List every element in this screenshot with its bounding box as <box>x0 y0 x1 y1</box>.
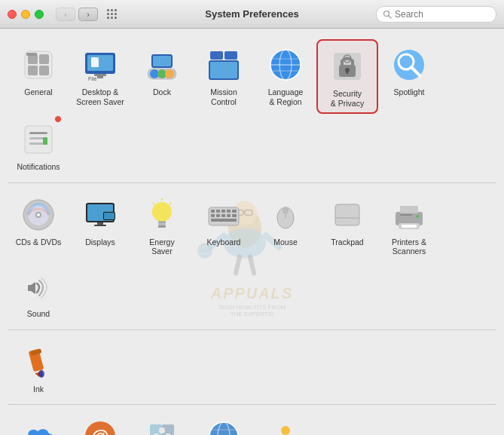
sound-icon <box>19 267 58 306</box>
mouse-label: Mouse <box>273 237 298 247</box>
svg-point-90 <box>283 207 289 214</box>
keyboard-label: Keyboard <box>207 237 241 247</box>
svg-rect-35 <box>210 62 237 78</box>
svg-point-111 <box>159 427 165 433</box>
back-button[interactable]: ‹ <box>56 8 75 21</box>
icon-trackpad[interactable]: Trackpad <box>316 189 378 261</box>
spotlight-icon <box>389 45 429 84</box>
svg-rect-91 <box>335 204 359 225</box>
search-input[interactable] <box>395 9 493 20</box>
printers-scanners-label: Printers &Scanners <box>392 237 426 256</box>
minimize-button[interactable] <box>21 10 30 19</box>
search-box[interactable] <box>376 6 496 23</box>
svg-rect-54 <box>29 132 47 134</box>
trackpad-icon <box>328 195 367 234</box>
internet-accounts-icon: @ <box>81 417 120 435</box>
cds-dvds-label: CDs & DVDs <box>16 237 62 247</box>
icon-ink[interactable]: Ink <box>8 336 69 399</box>
divider-3 <box>8 404 496 405</box>
ink-icon <box>19 342 58 381</box>
svg-rect-67 <box>94 225 106 226</box>
icon-spotlight[interactable]: Spotlight <box>378 39 440 114</box>
svg-rect-57 <box>43 137 47 145</box>
svg-rect-85 <box>227 214 231 217</box>
maximize-button[interactable] <box>35 10 44 19</box>
svg-rect-71 <box>158 225 166 228</box>
svg-point-61 <box>37 213 40 216</box>
icon-language-region[interactable]: Language& Region <box>255 39 316 114</box>
icon-icloud[interactable]: iCloud <box>8 411 69 435</box>
icon-security-privacy[interactable]: Security& Privacy <box>316 39 378 114</box>
row-internet: iCloud @ InternetAccounts <box>8 411 496 435</box>
displays-icon <box>81 195 120 234</box>
svg-rect-33 <box>153 56 171 66</box>
grid-view-button[interactable] <box>102 8 122 21</box>
icon-internet-accounts[interactable]: @ InternetAccounts <box>69 411 131 435</box>
icon-displays[interactable]: Displays <box>69 189 131 261</box>
icon-cds-dvds[interactable]: CDs & DVDs <box>8 189 69 261</box>
cds-dvds-icon <box>19 195 58 234</box>
svg-rect-16 <box>39 54 49 64</box>
svg-point-72 <box>152 202 172 222</box>
titlebar-right <box>376 6 496 23</box>
window-title: System Preferences <box>205 8 298 20</box>
svg-rect-79 <box>221 210 225 213</box>
icon-mouse[interactable]: Mouse <box>255 189 316 261</box>
icon-general[interactable]: General <box>8 39 69 114</box>
svg-point-97 <box>416 215 419 218</box>
svg-rect-19 <box>26 53 37 56</box>
icon-network[interactable]: Network <box>193 411 255 435</box>
svg-text:File: File <box>88 76 96 81</box>
svg-rect-96 <box>402 225 417 228</box>
row-ink: Ink <box>8 336 496 399</box>
energy-saver-icon <box>142 195 182 234</box>
svg-rect-87 <box>211 219 237 222</box>
dock-label: Dock <box>153 87 171 97</box>
icon-printers-scanners[interactable]: Printers &Scanners <box>378 189 440 261</box>
icon-dock[interactable]: Dock <box>131 39 193 114</box>
printers-scanners-icon <box>389 195 429 234</box>
svg-rect-86 <box>232 214 237 217</box>
svg-rect-18 <box>39 66 49 75</box>
row-personal: General File New... Desktop &Screen Save… <box>8 39 496 176</box>
ink-label: Ink <box>33 384 44 394</box>
main-content: APPUALS TECH HOW-TO'S FROMTHE EXPERTS! G… <box>0 29 504 435</box>
search-icon <box>383 10 392 19</box>
svg-point-49 <box>346 57 350 61</box>
icon-energy-saver[interactable]: EnergySaver <box>131 189 193 261</box>
svg-rect-84 <box>221 214 225 217</box>
divider-2 <box>8 329 496 330</box>
svg-rect-100 <box>28 285 32 291</box>
general-label: General <box>24 87 52 97</box>
trackpad-label: Trackpad <box>331 237 363 247</box>
icon-sharing[interactable]: Sharing <box>255 411 316 435</box>
extensions-icon <box>142 417 182 435</box>
svg-text:New...: New... <box>88 82 99 83</box>
close-button[interactable] <box>8 10 17 19</box>
svg-rect-36 <box>210 51 223 60</box>
icon-notifications[interactable]: Notifications <box>8 114 69 176</box>
svg-rect-98 <box>400 214 412 216</box>
forward-button[interactable]: › <box>78 8 98 21</box>
network-icon <box>204 417 243 435</box>
divider-1 <box>8 182 496 183</box>
svg-rect-80 <box>227 210 231 213</box>
keyboard-icon <box>204 195 243 234</box>
icon-mission-control[interactable]: MissionControl <box>193 39 255 114</box>
svg-rect-77 <box>211 210 215 213</box>
svg-rect-83 <box>216 214 220 217</box>
titlebar: ‹ › System Preferences <box>0 0 504 29</box>
titlebar-left: ‹ › <box>8 8 122 21</box>
svg-line-75 <box>153 203 154 204</box>
notifications-icon <box>19 120 58 159</box>
icon-sound[interactable]: Sound <box>8 261 69 323</box>
svg-rect-65 <box>104 213 115 219</box>
icon-desktop-screensaver[interactable]: File New... Desktop &Screen Saver <box>69 39 131 114</box>
icon-keyboard[interactable]: Keyboard <box>193 189 255 261</box>
svg-text:@: @ <box>91 426 108 435</box>
security-privacy-label: Security& Privacy <box>331 89 364 108</box>
mission-control-icon <box>204 45 243 84</box>
svg-rect-17 <box>28 66 38 75</box>
svg-rect-27 <box>97 76 103 78</box>
icon-extensions[interactable]: Extensions <box>131 411 193 435</box>
